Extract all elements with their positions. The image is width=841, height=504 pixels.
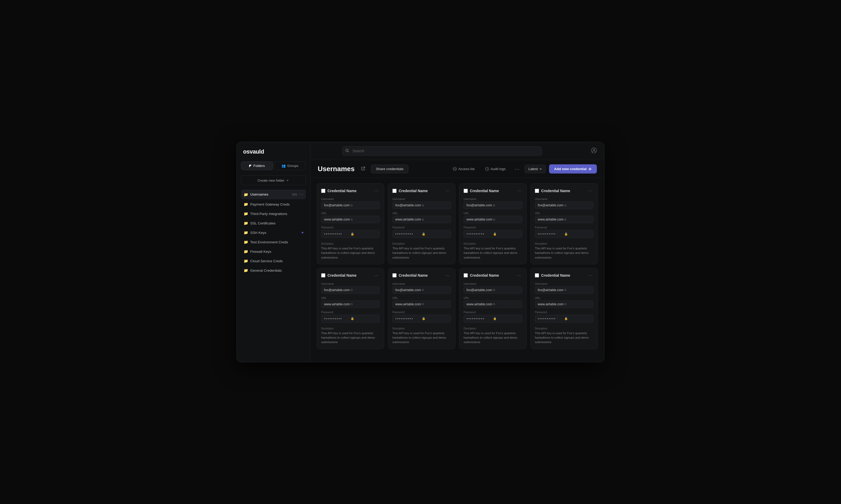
- cred-url-value: www.airtable.com ⧉: [321, 216, 380, 223]
- cred-more-icon[interactable]: ⋯: [516, 272, 522, 278]
- cred-more-icon[interactable]: ⋯: [516, 188, 522, 194]
- cred-checkbox[interactable]: [464, 189, 468, 193]
- cred-username-value: fox@airtable.com ⧉: [535, 286, 594, 294]
- copy-username-icon[interactable]: ⧉: [422, 204, 448, 207]
- copy-username-icon[interactable]: ⧉: [564, 288, 591, 292]
- cred-username-label: Username: [321, 197, 380, 201]
- cred-url-label: URL: [321, 296, 380, 300]
- copy-username-icon[interactable]: ⧉: [493, 288, 519, 292]
- credential-card: Credential Name ⋯ Username fox@airtable.…: [459, 183, 527, 264]
- copy-username-icon[interactable]: ⧉: [350, 288, 377, 292]
- share-credentials-button[interactable]: Share credentials: [371, 165, 408, 173]
- cred-password-field: Password •••••••••• 🔒: [321, 226, 380, 238]
- cred-more-icon[interactable]: ⋯: [445, 188, 451, 194]
- cred-more-icon[interactable]: ⋯: [587, 188, 594, 194]
- more-options-button[interactable]: ⋯: [513, 165, 521, 173]
- cred-username-field: Username fox@airtable.com ⧉: [392, 197, 451, 209]
- copy-url-icon[interactable]: ⧉: [493, 218, 519, 221]
- cred-card-header: Credential Name ⋯: [392, 272, 451, 278]
- sidebar-item-cloud[interactable]: 📁 Cloud Service Creds: [241, 256, 306, 265]
- cred-username-field: Username fox@airtable.com ⧉: [535, 282, 594, 294]
- cred-description-label: Desription: [321, 327, 380, 330]
- cred-password-value: •••••••••• 🔒: [464, 230, 522, 238]
- sidebar-item-ssl[interactable]: 📁 SSL Certificates: [241, 219, 306, 228]
- add-credential-button[interactable]: Add new credential: [549, 164, 597, 174]
- copy-url-icon[interactable]: ⧉: [422, 218, 448, 221]
- sidebar-item-ssh[interactable]: 📁 SSH Keys: [241, 228, 306, 237]
- copy-url-icon[interactable]: ⧉: [564, 302, 591, 306]
- copy-username-icon[interactable]: ⧉: [493, 204, 519, 207]
- folder-more-icon[interactable]: ⋯: [299, 192, 303, 197]
- sidebar-item-usernames[interactable]: 📁 Usernames 999 ⋯: [241, 190, 306, 199]
- cred-checkbox[interactable]: [392, 189, 397, 193]
- copy-url-icon[interactable]: ⧉: [564, 218, 591, 221]
- copy-username-icon[interactable]: ⧉: [422, 288, 448, 292]
- cred-password-label: Password: [464, 226, 522, 229]
- tab-folders[interactable]: ◤ Folders: [241, 161, 273, 170]
- lock-icon[interactable]: 🔒: [422, 232, 448, 236]
- lock-icon[interactable]: 🔒: [564, 317, 591, 320]
- lock-icon[interactable]: 🔒: [564, 232, 591, 236]
- cred-checkbox[interactable]: [321, 189, 325, 193]
- cred-password-field: Password •••••••••• 🔒: [535, 226, 594, 238]
- share-export-icon-button[interactable]: [360, 165, 367, 173]
- cred-username-value: fox@airtable.com ⧉: [535, 202, 594, 209]
- copy-url-icon[interactable]: ⧉: [422, 302, 448, 306]
- cred-url-text: www.airtable.com: [395, 218, 422, 221]
- sidebar-item-test-env[interactable]: 📁 Test Environment Creds: [241, 237, 306, 247]
- cred-username-text: fox@airtable.com: [324, 288, 350, 292]
- copy-username-icon[interactable]: ⧉: [350, 204, 377, 207]
- sidebar-item-firewall[interactable]: 📁 Firewall Keys: [241, 247, 306, 256]
- lock-icon[interactable]: 🔒: [350, 317, 377, 320]
- folder-name-general: General Credentials: [250, 269, 303, 272]
- cred-password-masked: ••••••••••: [538, 232, 564, 236]
- cred-url-value: www.airtable.com ⧉: [321, 301, 380, 308]
- sidebar-item-third-party[interactable]: 📁 Third-Party Integrations: [241, 209, 306, 218]
- search-input[interactable]: [342, 146, 542, 156]
- cred-password-label: Password: [392, 310, 451, 314]
- cred-checkbox[interactable]: [464, 273, 468, 277]
- cred-username-label: Username: [464, 197, 522, 201]
- cred-card-title: Credential Name: [399, 273, 443, 277]
- cred-checkbox[interactable]: [535, 189, 539, 193]
- user-avatar-icon[interactable]: [591, 147, 597, 154]
- cred-description-text: This API key is used for Fox's quarterly…: [464, 246, 522, 260]
- cred-more-icon[interactable]: ⋯: [374, 272, 380, 278]
- cred-checkbox[interactable]: [392, 273, 397, 277]
- cred-more-icon[interactable]: ⋯: [587, 272, 594, 278]
- cred-url-field: URL www.airtable.com ⧉: [535, 212, 594, 223]
- cred-more-icon[interactable]: ⋯: [445, 272, 451, 278]
- sidebar-item-general[interactable]: 📁 General Credentials: [241, 266, 306, 275]
- copy-url-icon[interactable]: ⧉: [350, 302, 377, 306]
- cred-card-header: Credential Name ⋯: [321, 188, 380, 194]
- lock-icon[interactable]: 🔒: [493, 317, 519, 320]
- access-list-button[interactable]: Access list: [449, 165, 478, 173]
- folder-icon: 📁: [244, 202, 248, 206]
- credential-card: Credential Name ⋯ Username fox@airtable.…: [388, 183, 456, 264]
- lock-icon[interactable]: 🔒: [422, 317, 448, 320]
- folder-name-payment: Payment Gateway Creds: [250, 202, 303, 206]
- lock-icon[interactable]: 🔒: [493, 232, 519, 236]
- cred-description-field: Desription This API key is used for Fox'…: [321, 327, 380, 345]
- credentials-grid: Credential Name ⋯ Username fox@airtable.…: [310, 178, 604, 362]
- main-content: Usernames Share credentials Access list: [310, 142, 604, 362]
- cred-checkbox[interactable]: [535, 273, 539, 277]
- copy-url-icon[interactable]: ⧉: [350, 218, 377, 221]
- cred-username-value: fox@airtable.com ⧉: [464, 286, 522, 294]
- cred-url-field: URL www.airtable.com ⧉: [464, 212, 522, 223]
- sidebar-item-payment[interactable]: 📁 Payment Gateway Creds: [241, 200, 306, 209]
- create-folder-button[interactable]: Create new folder ＋: [241, 175, 306, 185]
- latest-filter-button[interactable]: Latest: [525, 165, 546, 173]
- cred-card-header: Credential Name ⋯: [321, 272, 380, 278]
- tab-groups[interactable]: 👥 Groups: [274, 161, 306, 170]
- copy-username-icon[interactable]: ⧉: [564, 204, 591, 207]
- cred-checkbox[interactable]: [321, 273, 325, 277]
- credential-card: Credential Name ⋯ Username fox@airtable.…: [459, 268, 527, 349]
- copy-url-icon[interactable]: ⧉: [493, 302, 519, 306]
- cred-more-icon[interactable]: ⋯: [374, 188, 380, 194]
- cred-description-label: Desription: [392, 327, 451, 330]
- cred-url-value: www.airtable.com ⧉: [392, 301, 451, 308]
- lock-icon[interactable]: 🔒: [350, 232, 377, 236]
- audit-logs-button[interactable]: Audit logs: [481, 165, 509, 173]
- cred-username-text: fox@airtable.com: [538, 288, 564, 292]
